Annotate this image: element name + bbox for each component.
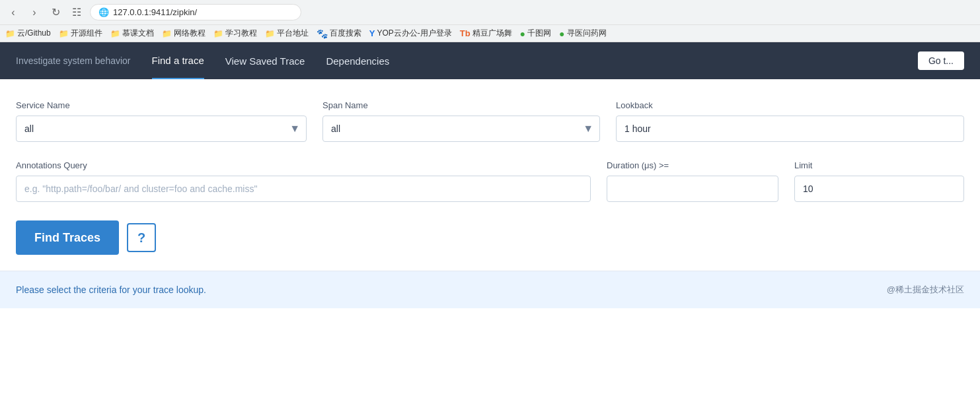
url-text: 127.0.0.1:9411/zipkin/: [113, 7, 197, 17]
bookmarks-bar: 📁 云/Github 📁 开源组件 📁 慕课文档 📁 网络教程 📁 学习教程 📁…: [0, 24, 980, 42]
duration-group: Duration (μs) >=: [607, 160, 778, 202]
footer-bar: Please select the criteria for your trac…: [0, 271, 980, 308]
bookmark-jingdou[interactable]: Tb 精豆广场舞: [460, 28, 512, 39]
jingdou-icon: Tb: [460, 28, 471, 38]
main-content: Service Name all ▼ Span Name all ▼ Lookb…: [0, 79, 980, 271]
help-button[interactable]: ?: [127, 223, 156, 252]
reload-button[interactable]: ↻: [48, 5, 63, 20]
folder-icon: 📁: [59, 29, 69, 38]
bookmark-mooc[interactable]: 📁 慕课文档: [110, 28, 154, 39]
nav-view-saved-trace[interactable]: View Saved Trace: [225, 44, 305, 79]
actions-row: Find Traces ?: [16, 220, 964, 255]
globe-icon: 🌐: [98, 7, 109, 17]
yop-icon: Y: [369, 28, 375, 38]
duration-label: Duration (μs) >=: [607, 160, 778, 170]
address-bar[interactable]: 🌐 127.0.0.1:9411/zipkin/: [90, 4, 301, 20]
app-header: Investigate system behavior Find a trace…: [0, 42, 980, 79]
bookmark-yop[interactable]: Y YOP云办公-用户登录: [369, 28, 452, 39]
folder-icon: 📁: [265, 29, 275, 38]
folder-icon: 📁: [5, 29, 15, 38]
service-name-group: Service Name all ▼: [16, 100, 307, 142]
folder-icon: 📁: [162, 29, 172, 38]
app-nav: Find a trace View Saved Trace Dependenci…: [152, 43, 897, 79]
browser-chrome: ‹ › ↻ ☷ 🌐 127.0.0.1:9411/zipkin/ 📁 云/Git…: [0, 0, 980, 42]
service-name-select-wrapper: all ▼: [16, 116, 307, 142]
browser-toolbar: ‹ › ↻ ☷ 🌐 127.0.0.1:9411/zipkin/: [0, 0, 980, 24]
app-brand: Investigate system behavior: [16, 55, 131, 66]
qiantu-icon: ●: [520, 28, 525, 39]
lookback-value: 1 hour: [624, 123, 651, 134]
bookmark-network[interactable]: 📁 网络教程: [162, 28, 206, 39]
bookmark-platform[interactable]: 📁 平台地址: [265, 28, 309, 39]
span-name-label: Span Name: [322, 100, 600, 110]
form-row-2: Annotations Query Duration (μs) >= Limit: [16, 160, 964, 202]
back-button[interactable]: ‹: [5, 5, 21, 20]
go-to-button[interactable]: Go t...: [918, 51, 964, 70]
baidu-icon: 🐾: [317, 28, 328, 39]
span-name-group: Span Name all ▼: [322, 100, 600, 142]
service-name-select[interactable]: all: [16, 116, 307, 142]
duration-input[interactable]: [607, 176, 778, 202]
span-name-select-wrapper: all ▼: [322, 116, 600, 142]
xunyi-icon: ●: [559, 28, 564, 39]
header-right: Go t...: [918, 51, 964, 70]
lookback-label: Lookback: [616, 100, 964, 110]
limit-group: Limit: [794, 160, 964, 202]
nav-dependencies[interactable]: Dependencies: [326, 44, 389, 79]
bookmark-opensource[interactable]: 📁 开源组件: [59, 28, 102, 39]
footer-message: Please select the criteria for your trac…: [16, 285, 206, 295]
bookmark-learning[interactable]: 📁 学习教程: [213, 28, 257, 39]
limit-label: Limit: [794, 160, 964, 170]
annotations-group: Annotations Query: [16, 160, 591, 202]
bookmark-xunyi[interactable]: ● 寻医问药网: [559, 28, 606, 39]
span-name-select[interactable]: all: [322, 116, 600, 142]
forward-button[interactable]: ›: [26, 5, 42, 20]
annotations-label: Annotations Query: [16, 160, 591, 170]
grid-button[interactable]: ☷: [69, 5, 85, 20]
limit-input[interactable]: [794, 176, 964, 202]
folder-icon: 📁: [110, 29, 120, 38]
lookback-display[interactable]: 1 hour: [616, 116, 964, 142]
annotations-input[interactable]: [16, 176, 591, 202]
bookmark-github[interactable]: 📁 云/Github: [5, 28, 51, 39]
service-name-label: Service Name: [16, 100, 307, 110]
folder-icon: 📁: [213, 29, 223, 38]
nav-find-trace[interactable]: Find a trace: [152, 43, 204, 79]
bookmark-qiantu[interactable]: ● 千图网: [520, 28, 551, 39]
footer-credit: @稀土掘金技术社区: [887, 284, 964, 296]
bookmark-baidu[interactable]: 🐾 百度搜索: [317, 28, 361, 39]
form-row-1: Service Name all ▼ Span Name all ▼ Lookb…: [16, 100, 964, 142]
find-traces-button[interactable]: Find Traces: [16, 220, 119, 255]
lookback-group: Lookback 1 hour: [616, 100, 964, 142]
